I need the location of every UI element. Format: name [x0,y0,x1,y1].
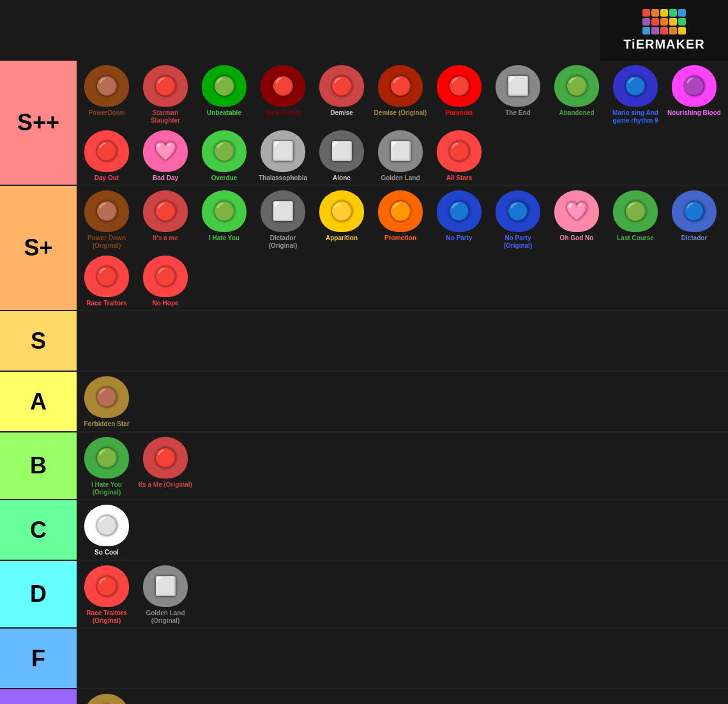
item-label: Thalassophobia [259,174,307,182]
item-image: 🟢 [610,188,661,233]
tier-row-a: A🟤Forbidden Star [0,372,728,432]
item-label: Abandoned [559,109,595,117]
logo-cell-14 [678,27,686,34]
tier-item: 🟤Forbidden Star [78,373,135,429]
item-image: 🟤 [81,374,132,419]
logo-cell-3 [669,9,677,17]
tier-row-spp: S++🟤PowerDown🔴Starman Slaughter🟢Unbeatab… [0,61,728,186]
logo-cell-11 [651,27,659,34]
tier-item: 🟣Nourishing Blood [665,62,723,118]
tier-row-fm: F-🟤Apparition (Original) [0,689,728,704]
logo-cell-7 [660,18,668,26]
item-image: 🔴 [140,188,191,233]
item-label: Golden Land [381,174,420,182]
item-label: It's a me [153,234,178,242]
item-image: 🔴 [81,563,132,608]
tier-row-d: D🔴Race Traitors (Original)⬜Golden Land (… [0,561,728,629]
item-image: 🟢 [199,188,250,233]
tier-item: 🔴Paranoia [430,62,488,118]
item-image: 🟢 [81,435,132,480]
header-items [77,0,600,61]
tiermaker-container: TiERMAKER S++🟤PowerDown🔴Starman Slaughte… [0,0,728,704]
item-image: 🟢 [199,63,250,108]
tier-item: 🟢Overdue [195,127,253,183]
item-label: Dictador [681,234,708,242]
item-image: 🔵 [434,188,485,233]
item-image: ⬜ [257,188,308,233]
header-row: TiERMAKER [0,0,728,61]
item-label: Power Down (Original) [79,234,134,250]
item-image: 🔴 [81,128,132,173]
tier-label-f: F [0,629,77,688]
tier-content-s [77,311,728,371]
tier-item: 🟢I Hate You [195,187,253,243]
item-image: 🟤 [81,188,132,233]
item-image: 🔴 [257,63,308,108]
item-label: Day Out [95,174,119,182]
tier-item: 🟢Last Course [607,187,664,243]
item-label: All Stars [446,174,473,182]
tier-row-c: C⚪So Cool [0,500,728,561]
tier-item: ⬜Thalassophobia [254,127,312,183]
logo-text: TiERMAKER [623,9,705,52]
tier-label-c: C [0,500,77,560]
tier-content-f [77,629,728,688]
tier-item: 🔵Dictador [665,187,723,243]
item-image: 🔴 [140,435,191,480]
tier-content-c: ⚪So Cool [77,500,728,560]
logo-cell-9 [678,18,686,26]
item-label: Forbidden Star [84,420,129,428]
item-label: Mario sing And game rhythm 9 [608,109,663,125]
tier-row-f: F [0,629,728,689]
item-label: I Hate You [209,234,239,242]
item-image: 🟢 [551,63,602,108]
tier-item: 🔴All Stars [430,127,488,183]
tier-item: 🟢I Hate You (Original) [78,434,135,498]
tier-item: 🟢Unbeatable [195,62,253,118]
tier-item: 🔴Race Traitors (Original) [78,562,135,626]
item-image: ⬜ [140,563,191,608]
tier-label-fm: F- [0,689,77,704]
tier-item: ⚪So Cool [78,501,135,558]
tier-content-fm: 🟤Apparition (Original) [77,689,728,704]
item-label: Bad Day [153,174,178,182]
item-image: 🔵 [669,188,720,233]
item-image: 🩷 [140,128,191,173]
tier-content-a: 🟤Forbidden Star [77,372,728,431]
item-image: 🔴 [140,254,191,298]
logo-cell-5 [642,18,650,26]
item-image: ⬜ [257,128,308,173]
logo-title: TiERMAKER [623,37,705,52]
tier-item: 🟤Power Down (Original) [78,187,135,251]
item-image: 🔴 [81,254,132,298]
item-image: 🔴 [375,63,426,108]
item-image: 🟤 [81,63,132,108]
tier-label-s: S [0,311,77,371]
tier-content-d: 🔴Race Traitors (Original)⬜Golden Land (O… [77,561,728,627]
tier-label-b: B [0,432,77,499]
tier-item: 🔴Its a Me (Original) [137,434,194,490]
logo-grid [642,9,686,34]
item-label: Paranoia [446,109,473,117]
tier-item: ⬜Golden Land (Original) [137,562,194,626]
tier-row-b: B🟢I Hate You (Original)🔴Its a Me (Origin… [0,432,728,500]
item-image: 🔴 [434,128,485,173]
item-label: Race Traitors [86,300,126,307]
tier-item: 🟢Abandoned [548,62,605,118]
logo-cell-8 [669,18,677,26]
item-image: 🟠 [375,188,426,233]
tier-rows: S++🟤PowerDown🔴Starman Slaughter🟢Unbeatab… [0,61,728,704]
tier-item: 🔴Demise (Original) [372,62,429,118]
item-label: Starman Slaughter [138,109,193,125]
tier-content-spp: 🟤PowerDown🔴Starman Slaughter🟢Unbeatable🔴… [77,61,728,185]
item-image: 🟣 [669,63,720,108]
item-label: So Cool [95,549,119,556]
tier-item: 🟠Promotion [372,187,429,243]
item-label: Its a Me (Original) [139,481,192,489]
tier-item: ⬜Golden Land [372,127,429,183]
tier-label-d: D [0,561,77,627]
logo-cell-2 [660,9,668,17]
tier-item: 🔵No Party [430,187,488,243]
logo-cell-6 [651,18,659,26]
item-image: 🟢 [199,128,250,173]
